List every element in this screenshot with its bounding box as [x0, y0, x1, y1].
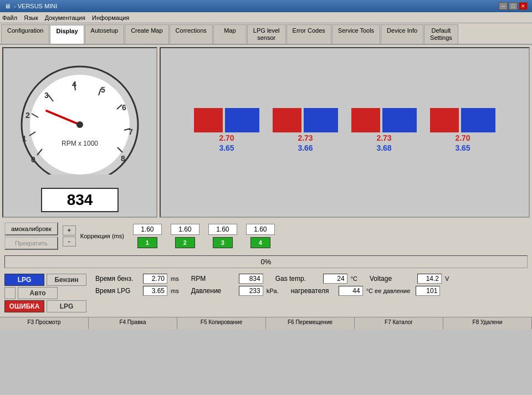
- avto-badge[interactable]: Авто: [18, 287, 58, 299]
- rpm-value-display: 834: [41, 188, 119, 212]
- maximize-button[interactable]: □: [509, 2, 518, 10]
- svg-text:1: 1: [22, 134, 27, 143]
- lpg-badge[interactable]: LPG: [4, 274, 44, 286]
- status-values: Время бенз. 2.70 ms RPM 834 Gas temp. 24…: [95, 274, 449, 312]
- correction-ch4: 1.60 4: [246, 224, 275, 248]
- status-panel: LPG Бензин Авто ОШИБКА LPG Время бенз. 2…: [2, 271, 530, 315]
- bottom-bar: F3 Просмотр F4 Правка F5 Копирование F6 …: [0, 317, 532, 329]
- inj-3-red-bar: [351, 108, 380, 132]
- plus-button[interactable]: +: [63, 225, 76, 235]
- time-lpg-row: Время LPG 3.65 ms Давление 233 kPa. нагр…: [95, 286, 449, 296]
- gas-temp-value: 24: [323, 274, 347, 284]
- color-indicator-blue: [4, 287, 16, 299]
- injector-1: 2.70 3.65: [194, 108, 259, 152]
- tab-bar: Configuration Display Autosetup Create M…: [0, 23, 532, 45]
- svg-text:0: 0: [31, 155, 35, 164]
- f4-button[interactable]: F4 Правка: [89, 317, 177, 329]
- inj-4-red-value: 2.70: [455, 134, 470, 142]
- menu-info[interactable]: Информация: [92, 14, 129, 21]
- tab-configuration[interactable]: Configuration: [1, 24, 49, 44]
- plus-minus-control: + -: [63, 225, 76, 247]
- injector-4: 2.70 3.65: [430, 108, 495, 152]
- time-lpg-label: Время LPG: [95, 287, 140, 295]
- inj-3-blue-bar: [382, 108, 417, 132]
- menubar: Файл Язык Документация Информация: [0, 12, 532, 23]
- time-benz-unit: ms: [171, 275, 179, 282]
- f8-button[interactable]: F8 Удалени: [443, 317, 532, 329]
- lpg2-badge[interactable]: LPG: [47, 300, 86, 312]
- tab-device-info[interactable]: Device Info: [381, 24, 423, 44]
- f6-button[interactable]: F6 Перемещение: [266, 317, 355, 329]
- pressure-unit: kPa.: [267, 288, 279, 294]
- voltage-unit: V: [445, 275, 449, 282]
- tab-autosetup[interactable]: Autosetup: [85, 24, 125, 44]
- tab-corrections[interactable]: Corrections: [170, 24, 213, 44]
- corr-value-2: 1.60: [171, 224, 200, 235]
- time-benz-value: 2.70: [143, 274, 167, 284]
- tab-default-settings[interactable]: DefaultSettings: [424, 24, 458, 44]
- f5-button[interactable]: F5 Копирование: [177, 317, 266, 329]
- rpm-gauge: 0 1 2 3 4 5 6 7 8: [13, 53, 146, 186]
- rpm-label2: RPM: [191, 275, 236, 283]
- inj-4-red-bar: [430, 108, 459, 132]
- minus-button[interactable]: -: [63, 237, 76, 247]
- corr-value-1: 1.60: [133, 224, 162, 235]
- time-lpg-value: 3.65: [143, 286, 167, 296]
- heater-unit: °C ее давление: [366, 288, 411, 294]
- tab-error-codes[interactable]: Error Codes: [287, 24, 331, 44]
- inj-1-blue-value: 3.65: [219, 143, 234, 152]
- benzin-badge[interactable]: Бензин: [47, 274, 86, 286]
- heater-value: 44: [339, 286, 363, 296]
- inj-2-blue-value: 3.66: [298, 143, 313, 152]
- menu-docs[interactable]: Документация: [45, 14, 85, 21]
- injector-panel: 2.70 3.65 2.73 3.66 2.73: [160, 47, 530, 218]
- inj-3-blue-value: 3.68: [376, 143, 391, 152]
- channel-btn-3[interactable]: 3: [213, 237, 233, 248]
- inj-3-bars: [351, 108, 417, 132]
- channel-btn-4[interactable]: 4: [250, 237, 270, 248]
- channel-btn-2[interactable]: 2: [175, 237, 195, 248]
- tab-service-tools[interactable]: Service Tools: [332, 24, 380, 44]
- channel-btn-1[interactable]: 1: [137, 237, 157, 248]
- inj-2-red-value: 2.73: [298, 134, 313, 142]
- corr-value-3: 1.60: [208, 224, 237, 235]
- injector-2: 2.73 3.66: [273, 108, 338, 152]
- ee-pressure-value: 101: [416, 286, 440, 296]
- injector-3: 2.73 3.68: [351, 108, 417, 152]
- tab-create-map[interactable]: Create Map: [125, 24, 168, 44]
- rpm-value2: 834: [239, 274, 263, 284]
- gauge-panel: 0 1 2 3 4 5 6 7 8: [2, 47, 157, 218]
- f7-button[interactable]: F7 Каталог: [355, 317, 443, 329]
- menu-language[interactable]: Язык: [24, 14, 38, 21]
- f3-button[interactable]: F3 Просмотр: [0, 317, 89, 329]
- svg-text:6: 6: [122, 103, 126, 112]
- voltage-value: 14.2: [417, 274, 442, 284]
- inj-2-blue-bar: [304, 108, 338, 132]
- pressure-value: 233: [239, 286, 263, 296]
- correction-ch2: 1.60 2: [171, 224, 200, 248]
- stop-button[interactable]: Прекратить: [4, 237, 58, 250]
- content-area: 0 1 2 3 4 5 6 7 8: [2, 47, 530, 218]
- correction-label: Коррекция (ms): [80, 233, 124, 239]
- tab-lpg-level[interactable]: LPG levelsensor: [247, 24, 286, 44]
- tab-map[interactable]: Map: [213, 24, 247, 44]
- pressure-label: Давление: [191, 287, 236, 295]
- correction-ch1: 1.60 1: [133, 224, 162, 248]
- inj-1-red-value: 2.70: [219, 134, 234, 142]
- tab-display[interactable]: Display: [50, 24, 84, 44]
- inj-2-red-bar: [273, 108, 301, 132]
- inj-1-blue-bar: [225, 108, 259, 132]
- svg-text:2: 2: [25, 111, 30, 120]
- window-icon: 🖥: [4, 3, 11, 9]
- window-controls: ─ □ ✕: [499, 2, 528, 10]
- menu-file[interactable]: Файл: [2, 14, 17, 21]
- corr-value-4: 1.60: [246, 224, 275, 235]
- inj-1-red-bar: [194, 108, 223, 132]
- time-lpg-unit: ms: [171, 288, 179, 294]
- window-title: - VERSUS MINI: [14, 3, 57, 9]
- minimize-button[interactable]: ─: [499, 2, 508, 10]
- close-button[interactable]: ✕: [519, 2, 528, 10]
- injector-bars: 2.70 3.65 2.73 3.66 2.73: [194, 108, 495, 152]
- inj-1-bars: [194, 108, 259, 132]
- autocal-button[interactable]: амокалибровк: [4, 222, 58, 235]
